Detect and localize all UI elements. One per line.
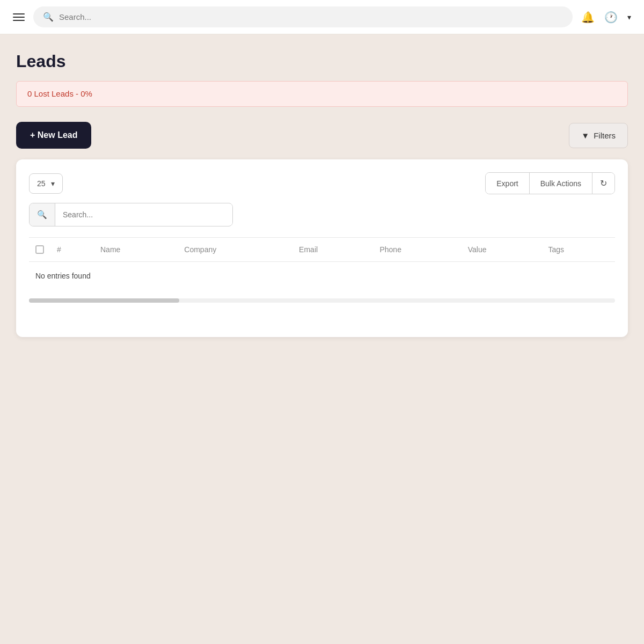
- table-controls: 25 ▾ Export Bulk Actions ↻: [29, 172, 615, 194]
- no-entries-row: No entries found: [29, 262, 615, 290]
- new-lead-button[interactable]: + New Lead: [16, 122, 91, 149]
- search-icon: 🔍: [43, 12, 54, 22]
- table-container: 25 ▾ Export Bulk Actions ↻ 🔍: [16, 159, 628, 337]
- nav-icons: 🔔 🕐 ▾: [581, 11, 631, 24]
- column-header-phone: Phone: [373, 238, 461, 262]
- main-content: Leads 0 Lost Leads - 0% + New Lead ▼ Fil…: [0, 34, 644, 354]
- chevron-down-icon: ▾: [51, 179, 55, 188]
- topnav: 🔍 🔔 🕐 ▾: [0, 0, 644, 34]
- export-button[interactable]: Export: [486, 173, 529, 194]
- refresh-button[interactable]: ↻: [592, 173, 614, 194]
- column-header-tags: Tags: [541, 238, 615, 262]
- filters-label: Filters: [594, 131, 616, 140]
- bulk-actions-button[interactable]: Bulk Actions: [530, 173, 592, 194]
- page-title: Leads: [16, 52, 628, 71]
- hamburger-menu[interactable]: [13, 13, 25, 21]
- data-table: # Name Company Email Phone Value Tags No…: [29, 237, 615, 290]
- refresh-icon: ↻: [600, 179, 607, 188]
- select-all-column: [29, 238, 50, 262]
- table-footer: [29, 303, 615, 324]
- global-search-input[interactable]: [59, 12, 563, 21]
- table-search-icon-button[interactable]: 🔍: [30, 203, 55, 226]
- scrollbar-thumb[interactable]: [29, 298, 179, 303]
- global-search-bar[interactable]: 🔍: [33, 6, 573, 27]
- column-header-name: Name: [94, 238, 178, 262]
- clock-icon[interactable]: 🕐: [604, 11, 618, 24]
- select-all-checkbox[interactable]: [35, 245, 44, 254]
- table-search[interactable]: 🔍: [29, 203, 233, 226]
- action-row: + New Lead ▼ Filters: [16, 122, 628, 149]
- column-header-number: #: [50, 238, 94, 262]
- chevron-down-icon[interactable]: ▾: [627, 13, 631, 21]
- table-header-row: # Name Company Email Phone Value Tags: [29, 238, 615, 262]
- table-actions: Export Bulk Actions ↻: [485, 172, 615, 194]
- search-icon: 🔍: [37, 210, 47, 219]
- horizontal-scrollbar[interactable]: [29, 298, 615, 303]
- column-header-email: Email: [292, 238, 373, 262]
- table-search-input[interactable]: [55, 204, 232, 225]
- no-entries-text: No entries found: [29, 262, 615, 290]
- filters-button[interactable]: ▼ Filters: [569, 123, 628, 148]
- per-page-value: 25: [37, 179, 46, 188]
- lost-leads-banner: 0 Lost Leads - 0%: [16, 81, 628, 107]
- column-header-value: Value: [462, 238, 542, 262]
- lost-leads-text: 0 Lost Leads - 0%: [27, 89, 92, 98]
- column-header-company: Company: [178, 238, 292, 262]
- filter-icon: ▼: [581, 131, 589, 140]
- per-page-selector[interactable]: 25 ▾: [29, 173, 63, 194]
- bell-icon[interactable]: 🔔: [581, 11, 595, 24]
